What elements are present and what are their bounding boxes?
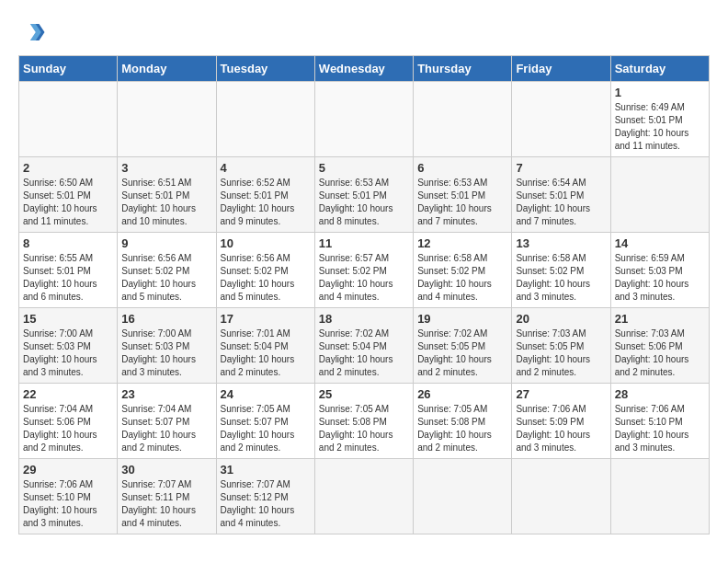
day-number: 27 xyxy=(516,387,606,401)
calendar-week-row: 1Sunrise: 6:49 AMSunset: 5:01 PMDaylight… xyxy=(19,82,710,157)
calendar-cell: 16Sunrise: 7:00 AMSunset: 5:03 PMDayligh… xyxy=(118,308,216,384)
day-number: 11 xyxy=(319,236,409,250)
day-info: Sunrise: 6:50 AMSunset: 5:01 PMDaylight:… xyxy=(23,177,113,228)
calendar-cell: 25Sunrise: 7:05 AMSunset: 5:08 PMDayligh… xyxy=(314,384,413,459)
day-info: Sunrise: 6:59 AMSunset: 5:03 PMDaylight:… xyxy=(615,252,705,304)
day-info: Sunrise: 7:07 AMSunset: 5:11 PMDaylight:… xyxy=(121,478,211,530)
calendar-cell: 17Sunrise: 7:01 AMSunset: 5:04 PMDayligh… xyxy=(216,308,314,384)
calendar-cell: 12Sunrise: 6:58 AMSunset: 5:02 PMDayligh… xyxy=(414,233,512,308)
day-number: 6 xyxy=(417,161,507,175)
day-info: Sunrise: 6:55 AMSunset: 5:01 PMDaylight:… xyxy=(23,252,113,304)
calendar-cell: 18Sunrise: 7:02 AMSunset: 5:04 PMDayligh… xyxy=(314,308,413,384)
day-number: 9 xyxy=(121,236,211,250)
day-info: Sunrise: 7:02 AMSunset: 5:04 PMDaylight:… xyxy=(319,327,409,379)
calendar-week-row: 2Sunrise: 6:50 AMSunset: 5:01 PMDaylight… xyxy=(19,157,710,233)
day-number: 28 xyxy=(615,387,705,401)
calendar-week-row: 29Sunrise: 7:06 AMSunset: 5:10 PMDayligh… xyxy=(19,459,710,534)
calendar-body: 1Sunrise: 6:49 AMSunset: 5:01 PMDaylight… xyxy=(19,82,710,534)
logo xyxy=(18,18,48,46)
calendar-cell: 11Sunrise: 6:57 AMSunset: 5:02 PMDayligh… xyxy=(314,233,413,308)
day-number: 30 xyxy=(121,463,211,477)
day-info: Sunrise: 6:51 AMSunset: 5:01 PMDaylight:… xyxy=(121,177,211,228)
day-info: Sunrise: 6:54 AMSunset: 5:01 PMDaylight:… xyxy=(516,177,606,228)
calendar-cell xyxy=(118,82,216,157)
day-number: 23 xyxy=(121,387,211,401)
calendar-cell: 8Sunrise: 6:55 AMSunset: 5:01 PMDaylight… xyxy=(19,233,118,308)
calendar-cell: 20Sunrise: 7:03 AMSunset: 5:05 PMDayligh… xyxy=(512,308,610,384)
day-info: Sunrise: 7:07 AMSunset: 5:12 PMDaylight:… xyxy=(221,478,311,530)
header-cell-tuesday: Tuesday xyxy=(216,56,314,82)
calendar-week-row: 22Sunrise: 7:04 AMSunset: 5:06 PMDayligh… xyxy=(19,384,710,459)
day-info: Sunrise: 6:53 AMSunset: 5:01 PMDaylight:… xyxy=(417,177,507,228)
day-number: 24 xyxy=(221,387,311,401)
day-number: 17 xyxy=(221,312,311,326)
calendar-cell xyxy=(610,157,709,233)
calendar-cell: 13Sunrise: 6:58 AMSunset: 5:02 PMDayligh… xyxy=(512,233,610,308)
day-number: 25 xyxy=(319,387,409,401)
day-number: 16 xyxy=(121,312,211,326)
calendar-week-row: 8Sunrise: 6:55 AMSunset: 5:01 PMDaylight… xyxy=(19,233,710,308)
day-info: Sunrise: 7:06 AMSunset: 5:10 PMDaylight:… xyxy=(615,403,705,454)
calendar-cell: 28Sunrise: 7:06 AMSunset: 5:10 PMDayligh… xyxy=(610,384,709,459)
day-info: Sunrise: 6:49 AMSunset: 5:01 PMDaylight:… xyxy=(615,101,705,153)
day-info: Sunrise: 7:02 AMSunset: 5:05 PMDaylight:… xyxy=(417,327,507,379)
calendar-cell xyxy=(216,82,314,157)
day-number: 3 xyxy=(121,161,211,175)
day-number: 22 xyxy=(23,387,113,401)
calendar-cell xyxy=(512,82,610,157)
day-number: 19 xyxy=(417,312,507,326)
day-number: 5 xyxy=(319,161,409,175)
day-number: 12 xyxy=(417,236,507,250)
day-number: 14 xyxy=(615,236,705,250)
day-number: 31 xyxy=(221,463,311,477)
header-cell-monday: Monday xyxy=(118,56,216,82)
calendar-cell: 22Sunrise: 7:04 AMSunset: 5:06 PMDayligh… xyxy=(19,384,118,459)
calendar-cell xyxy=(19,82,118,157)
calendar-week-row: 15Sunrise: 7:00 AMSunset: 5:03 PMDayligh… xyxy=(19,308,710,384)
calendar-cell: 21Sunrise: 7:03 AMSunset: 5:06 PMDayligh… xyxy=(610,308,709,384)
day-number: 21 xyxy=(615,312,705,326)
calendar-cell: 29Sunrise: 7:06 AMSunset: 5:10 PMDayligh… xyxy=(19,459,118,534)
header-cell-saturday: Saturday xyxy=(610,56,709,82)
calendar-cell: 3Sunrise: 6:51 AMSunset: 5:01 PMDaylight… xyxy=(118,157,216,233)
day-info: Sunrise: 7:03 AMSunset: 5:05 PMDaylight:… xyxy=(516,327,606,379)
calendar-cell: 7Sunrise: 6:54 AMSunset: 5:01 PMDaylight… xyxy=(512,157,610,233)
calendar-header-row: SundayMondayTuesdayWednesdayThursdayFrid… xyxy=(19,56,710,82)
day-info: Sunrise: 7:04 AMSunset: 5:06 PMDaylight:… xyxy=(23,403,113,454)
calendar-cell: 14Sunrise: 6:59 AMSunset: 5:03 PMDayligh… xyxy=(610,233,709,308)
calendar-cell: 19Sunrise: 7:02 AMSunset: 5:05 PMDayligh… xyxy=(414,308,512,384)
calendar-cell: 30Sunrise: 7:07 AMSunset: 5:11 PMDayligh… xyxy=(118,459,216,534)
calendar-cell xyxy=(610,459,709,534)
day-info: Sunrise: 6:56 AMSunset: 5:02 PMDaylight:… xyxy=(221,252,311,304)
calendar-cell: 31Sunrise: 7:07 AMSunset: 5:12 PMDayligh… xyxy=(216,459,314,534)
day-info: Sunrise: 7:04 AMSunset: 5:07 PMDaylight:… xyxy=(121,403,211,454)
day-info: Sunrise: 7:05 AMSunset: 5:08 PMDaylight:… xyxy=(417,403,507,454)
day-info: Sunrise: 7:03 AMSunset: 5:06 PMDaylight:… xyxy=(615,327,705,379)
day-number: 7 xyxy=(516,161,606,175)
day-number: 29 xyxy=(23,463,113,477)
calendar-cell: 10Sunrise: 6:56 AMSunset: 5:02 PMDayligh… xyxy=(216,233,314,308)
day-number: 1 xyxy=(615,86,705,99)
day-info: Sunrise: 7:00 AMSunset: 5:03 PMDaylight:… xyxy=(23,327,113,379)
day-info: Sunrise: 6:58 AMSunset: 5:02 PMDaylight:… xyxy=(417,252,507,304)
calendar-cell: 5Sunrise: 6:53 AMSunset: 5:01 PMDaylight… xyxy=(314,157,413,233)
day-number: 2 xyxy=(23,161,113,175)
day-info: Sunrise: 6:57 AMSunset: 5:02 PMDaylight:… xyxy=(319,252,409,304)
day-info: Sunrise: 6:58 AMSunset: 5:02 PMDaylight:… xyxy=(516,252,606,304)
header-cell-thursday: Thursday xyxy=(414,56,512,82)
calendar-cell: 15Sunrise: 7:00 AMSunset: 5:03 PMDayligh… xyxy=(19,308,118,384)
calendar-cell xyxy=(314,459,413,534)
header-cell-friday: Friday xyxy=(512,56,610,82)
calendar-cell: 27Sunrise: 7:06 AMSunset: 5:09 PMDayligh… xyxy=(512,384,610,459)
day-info: Sunrise: 6:56 AMSunset: 5:02 PMDaylight:… xyxy=(121,252,211,304)
calendar-cell: 24Sunrise: 7:05 AMSunset: 5:07 PMDayligh… xyxy=(216,384,314,459)
header-cell-wednesday: Wednesday xyxy=(314,56,413,82)
day-info: Sunrise: 7:06 AMSunset: 5:09 PMDaylight:… xyxy=(516,403,606,454)
day-info: Sunrise: 7:06 AMSunset: 5:10 PMDaylight:… xyxy=(23,478,113,530)
calendar-table: SundayMondayTuesdayWednesdayThursdayFrid… xyxy=(18,55,710,534)
day-number: 26 xyxy=(417,387,507,401)
calendar-cell: 6Sunrise: 6:53 AMSunset: 5:01 PMDaylight… xyxy=(414,157,512,233)
calendar-cell: 1Sunrise: 6:49 AMSunset: 5:01 PMDaylight… xyxy=(610,82,709,157)
day-info: Sunrise: 7:01 AMSunset: 5:04 PMDaylight:… xyxy=(221,327,311,379)
day-info: Sunrise: 7:05 AMSunset: 5:07 PMDaylight:… xyxy=(221,403,311,454)
